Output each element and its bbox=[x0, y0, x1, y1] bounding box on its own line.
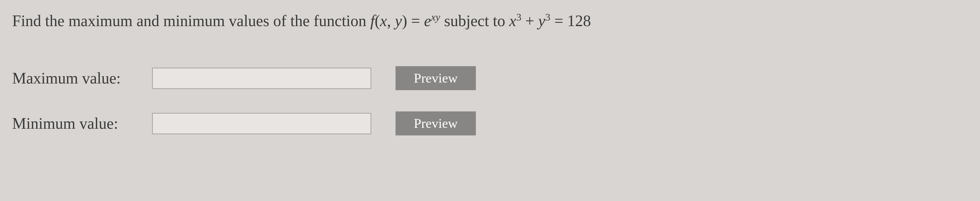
constraint-y: y bbox=[538, 12, 545, 30]
maximum-preview-button[interactable]: Preview bbox=[396, 66, 476, 90]
exponent: xy bbox=[431, 11, 440, 23]
problem-statement: Find the maximum and minimum values of t… bbox=[12, 9, 968, 33]
function-name: f bbox=[370, 12, 374, 30]
maximum-label: Maximum value: bbox=[12, 69, 143, 87]
maximum-input[interactable] bbox=[152, 68, 371, 89]
minimum-preview-button[interactable]: Preview bbox=[396, 111, 476, 135]
arg-x: x bbox=[380, 12, 387, 30]
equals2: = bbox=[550, 12, 567, 30]
constraint-value: 128 bbox=[567, 12, 591, 30]
problem-prefix: Find the maximum and minimum values of t… bbox=[12, 12, 370, 30]
exp-base: e bbox=[424, 12, 431, 30]
arg-y: y bbox=[395, 12, 402, 30]
arg-sep: , bbox=[387, 12, 395, 30]
minimum-row: Minimum value: Preview bbox=[12, 111, 968, 135]
constraint-pow2: 3 bbox=[545, 11, 550, 23]
maximum-row: Maximum value: Preview bbox=[12, 66, 968, 90]
subject-to: subject to bbox=[440, 12, 509, 30]
paren-open: ( bbox=[375, 12, 380, 30]
constraint-x: x bbox=[509, 12, 516, 30]
constraint-pow1: 3 bbox=[516, 11, 522, 23]
minimum-input[interactable] bbox=[152, 113, 371, 134]
paren-close: ) bbox=[402, 12, 407, 30]
equals: = bbox=[407, 12, 424, 30]
minimum-label: Minimum value: bbox=[12, 114, 143, 132]
plus: + bbox=[522, 12, 538, 30]
